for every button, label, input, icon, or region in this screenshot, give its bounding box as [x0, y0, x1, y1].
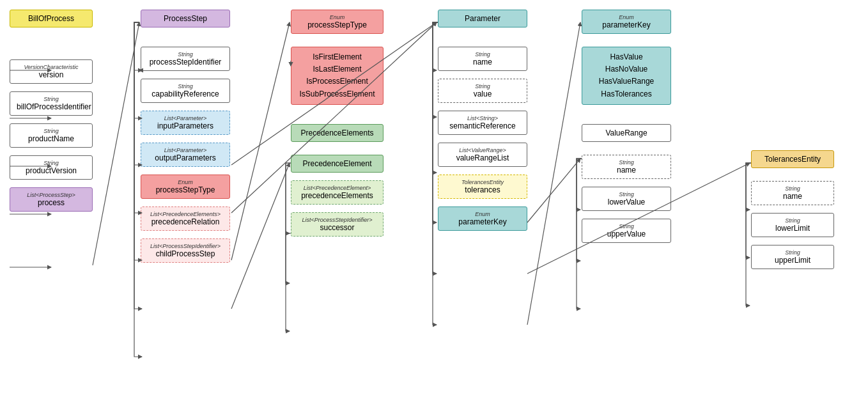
box-bop-process: List<ProcessStep> process [10, 187, 93, 212]
box-ps-main: ProcessStep [141, 10, 230, 27]
box-ps-capability: String capabilityReference [141, 79, 230, 103]
box-pst-precedencelist: List<PrecedenceElement> precedenceElemen… [291, 180, 384, 205]
box-param-name: String name [438, 47, 527, 71]
svg-line-16 [527, 159, 580, 222]
box-param-paramkey: Enum parameterKey [438, 206, 527, 231]
box-vr-name: String name [582, 155, 671, 179]
box-pst-values: IsFirstElement IsLastElement IsProcessEl… [291, 47, 384, 105]
box-param-value: String value [438, 79, 527, 103]
svg-line-11 [231, 22, 290, 260]
column-param: Parameter String name String value List<… [438, 10, 527, 231]
column-paramkey: Enum parameterKey HasValue HasNoValue Ha… [582, 10, 671, 243]
box-precedenceelement: PrecedenceElement [291, 155, 384, 173]
box-pst-enum: Enum processStepType [291, 10, 384, 34]
column-pst: Enum processStepType IsFirstElement IsLa… [291, 10, 384, 237]
box-bop-productversion: String productVersion [10, 155, 93, 180]
box-bop-main: BillOfProcess [10, 10, 93, 27]
box-bop-version: VersionCharacteristic version [10, 59, 93, 84]
box-vr-lowervalue: String lowerValue [582, 187, 671, 211]
box-ps-outputparams: List<Parameter> outputParameters [141, 143, 230, 167]
box-bop-productname: String productName [10, 123, 93, 148]
svg-line-1 [93, 22, 139, 265]
box-param-tolerances: TolerancesEntity tolerances [438, 175, 527, 199]
box-bop-identifier: String billOfProcessIdentifier [10, 91, 93, 116]
box-vr-uppervalue: String upperValue [582, 219, 671, 243]
column-te: TolerancesEntity String name String lowe… [751, 10, 834, 269]
box-pk-values: HasValue HasNoValue HasValueRange HasTol… [582, 47, 671, 105]
box-te-name: String name [751, 181, 834, 205]
box-pk-enum: Enum parameterKey [582, 10, 671, 34]
box-te-main: TolerancesEntity [751, 150, 834, 168]
box-vr-main: ValueRange [582, 124, 671, 142]
box-param-valuerangelist: List<ValueRange> valueRangeList [438, 143, 527, 167]
box-te-lowerlimit: String lowerLimit [751, 213, 834, 237]
box-precedenceelements: PrecedenceElements [291, 124, 384, 142]
svg-line-15 [527, 22, 580, 325]
box-param-semanticref: List<String> semanticReference [438, 111, 527, 135]
box-te-upperlimit: String upperLimit [751, 245, 834, 269]
box-ps-inputparams: List<Parameter> inputParameters [141, 111, 230, 135]
box-param-main: Parameter [438, 10, 527, 27]
box-ps-identifier: String processStepIdentifier [141, 47, 230, 71]
box-pst-successor: List<ProcessStepIdentifier> successor [291, 212, 384, 237]
box-ps-child: List<ProcessStepIdentifier> childProcess… [141, 238, 230, 263]
box-ps-pst: Enum processStepType [141, 175, 230, 199]
diagram: BillOfProcess VersionCharacteristic vers… [0, 0, 868, 397]
column-bop: BillOfProcess VersionCharacteristic vers… [10, 10, 93, 212]
svg-line-12 [231, 163, 290, 309]
box-ps-precedence: List<PrecedenceElements> precedenceRelat… [141, 206, 230, 231]
column-ps: ProcessStep String processStepIdentifier… [141, 10, 230, 263]
arrows-layer [0, 0, 868, 397]
